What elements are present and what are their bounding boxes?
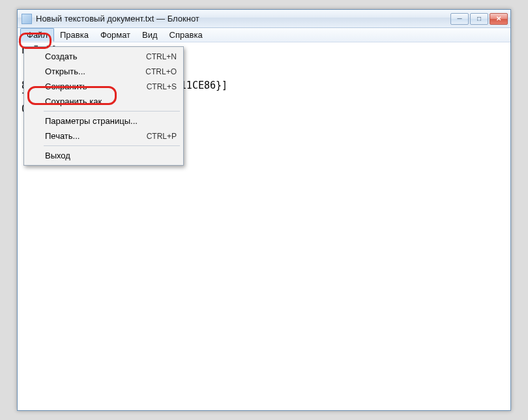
menu-item-label: Параметры страницы... (45, 116, 138, 126)
menu-file-label: Файл (27, 30, 48, 40)
menu-separator (44, 111, 180, 112)
menu-format[interactable]: Формат (95, 28, 136, 42)
menu-format-label: Формат (100, 30, 130, 40)
menu-separator (44, 145, 180, 146)
menu-item-shortcut: CTRL+P (147, 132, 177, 141)
menu-item-label: Сохранить как... (45, 97, 109, 106)
close-button[interactable]: ✕ (490, 13, 508, 25)
menu-item-label: Создать (45, 52, 77, 61)
window-controls: ─ □ ✕ (450, 13, 508, 25)
titlebar[interactable]: Новый текстовый документ.txt — Блокнот ─… (18, 10, 510, 28)
menu-item-shortcut: CTRL+S (147, 82, 177, 91)
maximize-button[interactable]: □ (470, 13, 488, 25)
minimize-button[interactable]: ─ (450, 13, 469, 25)
menu-item-label: Выход (45, 151, 70, 160)
menu-item-open[interactable]: Открыть... CTRL+O (25, 64, 182, 79)
menu-file[interactable]: Файл (20, 28, 54, 42)
menu-edit[interactable]: Правка (54, 28, 95, 42)
menu-item-new[interactable]: Создать CTRL+N (25, 49, 182, 64)
menu-item-save-as[interactable]: Сохранить как... (25, 94, 182, 109)
menu-item-label: Сохранить (45, 82, 87, 91)
menu-edit-label: Правка (60, 30, 89, 40)
menu-help[interactable]: Справка (164, 28, 209, 42)
menu-item-print[interactable]: Печать... CTRL+P (25, 128, 182, 143)
menubar: Файл Правка Формат Вид Справка (18, 28, 510, 42)
menu-item-save[interactable]: Сохранить CTRL+S (25, 79, 182, 94)
menu-item-page-setup[interactable]: Параметры страницы... (25, 113, 182, 128)
app-icon (22, 14, 32, 24)
menu-item-exit[interactable]: Выход (25, 148, 182, 163)
menu-item-shortcut: CTRL+O (145, 67, 177, 76)
menu-help-label: Справка (169, 30, 203, 40)
window-title: Новый текстовый документ.txt — Блокнот (36, 14, 450, 23)
menu-view-label: Вид (142, 30, 158, 40)
file-menu-dropdown: Создать CTRL+N Открыть... CTRL+O Сохрани… (23, 46, 184, 166)
menu-item-shortcut: CTRL+N (146, 52, 177, 61)
menu-view[interactable]: Вид (136, 28, 164, 42)
menu-item-label: Открыть... (45, 67, 85, 76)
menu-item-label: Печать... (45, 131, 80, 141)
